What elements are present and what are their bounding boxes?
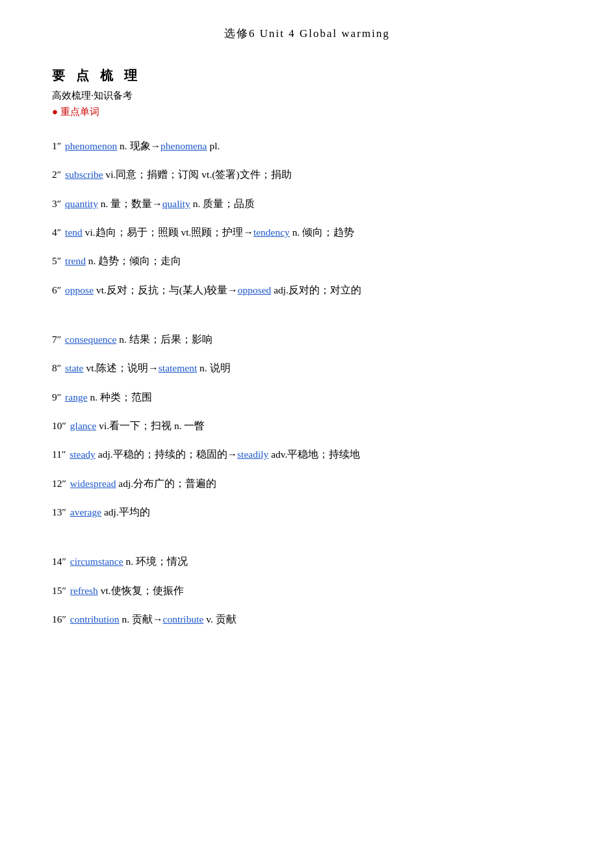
- word-number: 7″: [52, 334, 64, 345]
- word-number: 16″: [52, 614, 69, 625]
- word-number: 9″: [52, 391, 64, 403]
- word-number: 11″: [52, 449, 68, 460]
- page-title: 选修6 Unit 4 Global warming: [52, 26, 562, 41]
- list-spacer: [52, 310, 562, 319]
- word-definition-primary: n. 结果；后果；影响: [116, 334, 212, 345]
- word-link-secondary[interactable]: phenomena: [160, 140, 207, 151]
- word-link-primary[interactable]: refresh: [70, 585, 98, 596]
- list-item: 14″ circumstance n. 环境；情况: [52, 553, 562, 570]
- word-number: 14″: [52, 556, 69, 567]
- word-number: 12″: [52, 478, 69, 489]
- word-number: 5″: [52, 255, 64, 266]
- word-link-primary[interactable]: widespread: [70, 478, 116, 489]
- word-definition-primary: vt.反对；反抗；与(某人)较量→: [94, 284, 238, 295]
- word-definition-primary: adj.分布广的；普遍的: [116, 478, 216, 489]
- word-link-secondary[interactable]: contribute: [163, 614, 204, 625]
- word-definition-primary: n. 环境；情况: [123, 556, 188, 567]
- word-link-primary[interactable]: phenomenon: [65, 140, 117, 151]
- word-link-primary[interactable]: state: [65, 362, 83, 373]
- word-number: 6″: [52, 284, 64, 295]
- word-definition-primary: n. 量；数量→: [98, 198, 162, 209]
- list-item: 15″ refresh vt.使恢复；使振作: [52, 582, 562, 599]
- word-definition-secondary: v. 贡献: [203, 614, 236, 625]
- list-item: 10″ glance vi.看一下；扫视 n. 一瞥: [52, 417, 562, 434]
- word-link-primary[interactable]: contribution: [70, 614, 120, 625]
- word-link-secondary[interactable]: quality: [162, 198, 190, 209]
- list-item: 1″ phenomenon n. 现象→phenomena pl.: [52, 138, 562, 155]
- list-item: 16″ contribution n. 贡献→contribute v. 贡献: [52, 611, 562, 628]
- word-definition-primary: n. 种类；范围: [88, 391, 152, 403]
- word-link-primary[interactable]: subscribe: [65, 169, 103, 180]
- word-definition-primary: vi.看一下；扫视 n. 一瞥: [96, 420, 205, 431]
- word-number: 4″: [52, 227, 64, 238]
- word-definition-primary: vi.同意；捐赠；订阅 vt.(签署)文件；捐助: [103, 169, 292, 180]
- word-definition-secondary: n. 说明: [197, 362, 230, 373]
- list-item: 7″ consequence n. 结果；后果；影响: [52, 331, 562, 348]
- list-spacer: [52, 532, 562, 541]
- word-link-secondary[interactable]: tendency: [253, 227, 290, 238]
- word-definition-primary: adj.平均的: [101, 506, 150, 517]
- word-definition-primary: adj.平稳的；持续的；稳固的→: [96, 449, 237, 460]
- bullet-heading: ● 重点单词: [52, 106, 562, 118]
- word-link-primary[interactable]: quantity: [65, 198, 98, 209]
- word-link-primary[interactable]: range: [65, 391, 87, 403]
- word-definition-primary: n. 贡献→: [120, 614, 163, 625]
- word-definition-secondary: n. 倾向；趋势: [290, 227, 354, 238]
- list-item: 5″ trend n. 趋势；倾向；走向: [52, 253, 562, 269]
- word-number: 3″: [52, 198, 64, 209]
- word-number: 13″: [52, 506, 69, 517]
- word-link-secondary[interactable]: statement: [159, 362, 197, 373]
- word-link-primary[interactable]: tend: [65, 227, 83, 238]
- word-number: 10″: [52, 420, 69, 431]
- word-number: 2″: [52, 169, 64, 180]
- word-link-primary[interactable]: circumstance: [70, 556, 123, 567]
- word-link-secondary[interactable]: steadily: [237, 449, 268, 460]
- word-link-primary[interactable]: average: [70, 506, 101, 517]
- list-item: 8″ state vt.陈述；说明→statement n. 说明: [52, 360, 562, 377]
- word-link-primary[interactable]: trend: [65, 255, 86, 266]
- word-definition-primary: n. 现象→: [117, 140, 160, 151]
- list-item: 11″ steady adj.平稳的；持续的；稳固的→steadily adv.…: [52, 446, 562, 463]
- word-number: 1″: [52, 140, 64, 151]
- word-number: 15″: [52, 585, 69, 596]
- list-item: 12″ widespread adj.分布广的；普遍的: [52, 475, 562, 492]
- list-item: 9″ range n. 种类；范围: [52, 389, 562, 406]
- word-link-secondary[interactable]: opposed: [238, 284, 272, 295]
- list-item: 3″ quantity n. 量；数量→quality n. 质量；品质: [52, 195, 562, 212]
- word-definition-primary: n. 趋势；倾向；走向: [86, 255, 181, 266]
- word-definition-secondary: adj.反对的；对立的: [271, 284, 361, 295]
- list-item: 2″ subscribe vi.同意；捐赠；订阅 vt.(签署)文件；捐助: [52, 166, 562, 183]
- word-definition-secondary: n. 质量；品质: [190, 198, 255, 209]
- word-definition-secondary: adv.平稳地；持续地: [268, 449, 360, 460]
- word-number: 8″: [52, 362, 64, 373]
- list-item: 6″ oppose vt.反对；反抗；与(某人)较量→opposed adj.反…: [52, 282, 562, 299]
- section-heading: 要 点 梳 理: [52, 67, 562, 84]
- word-definition-primary: vi.趋向；易于；照顾 vt.照顾；护理→: [83, 227, 253, 238]
- word-list: 1″ phenomenon n. 现象→phenomena pl.2″ subs…: [52, 138, 562, 628]
- word-definition-primary: vt.使恢复；使振作: [98, 585, 184, 596]
- subtitle: 高效梳理·知识备考: [52, 90, 562, 102]
- word-definition-secondary: pl.: [207, 140, 220, 151]
- word-link-primary[interactable]: oppose: [65, 284, 94, 295]
- list-item: 4″ tend vi.趋向；易于；照顾 vt.照顾；护理→tendency n.…: [52, 224, 562, 241]
- word-link-primary[interactable]: glance: [70, 420, 96, 431]
- list-item: 13″ average adj.平均的: [52, 504, 562, 521]
- word-definition-primary: vt.陈述；说明→: [84, 362, 159, 373]
- word-link-primary[interactable]: consequence: [65, 334, 116, 345]
- word-link-primary[interactable]: steady: [70, 449, 96, 460]
